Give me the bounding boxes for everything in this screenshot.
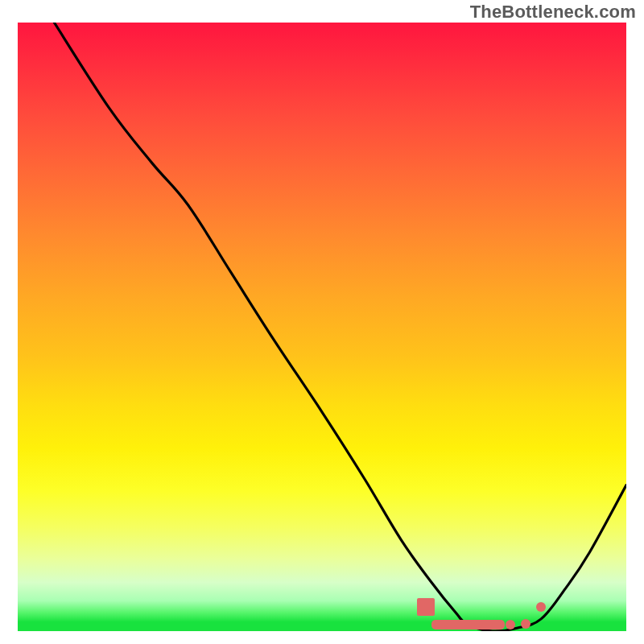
bottleneck-curve xyxy=(18,23,626,631)
chart-area xyxy=(18,23,626,631)
watermark-text: TheBottleneck.com xyxy=(470,2,636,23)
